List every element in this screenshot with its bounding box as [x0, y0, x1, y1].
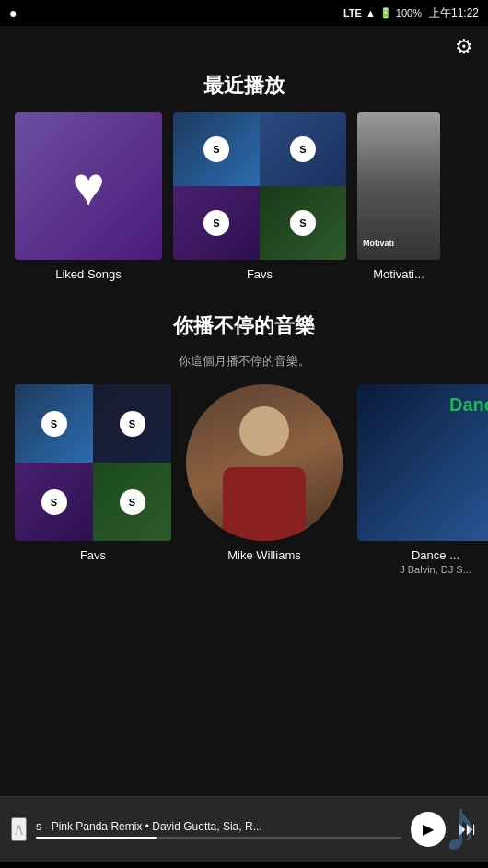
favs-cell-br: S — [260, 186, 346, 260]
liked-songs-bg: ♥ — [15, 112, 162, 260]
motivation-album: Motivati — [357, 112, 440, 260]
dance-text: Dance — [449, 393, 488, 416]
clock: 上午11:22 — [429, 6, 479, 21]
spinnin-bl: S — [203, 210, 229, 236]
you-favs-album: S S S S — [15, 384, 171, 541]
now-playing-progress-bar — [36, 837, 401, 839]
mike-body — [223, 467, 306, 541]
status-left: ● — [9, 6, 17, 20]
motivation-bg: Motivati — [357, 112, 440, 260]
settings-button[interactable]: ⚙ — [455, 35, 473, 59]
status-right: LTE ▲ 🔋 100% 上午11:22 — [343, 6, 479, 21]
main-content: 最近播放 ♥ Liked Songs S — [0, 59, 488, 796]
spinnin-yf-br: S — [120, 489, 145, 515]
yf-br: S — [93, 463, 171, 541]
play-pause-button[interactable]: ▶ — [411, 812, 446, 847]
rp-item-liked-songs[interactable]: ♥ Liked Songs — [15, 112, 162, 281]
liked-songs-card: ♥ — [15, 112, 162, 260]
favs-cell-tl: S — [173, 112, 260, 186]
now-playing-bar[interactable]: ∧ s - Pink Panda Remix • David Guetta, S… — [0, 796, 488, 861]
mike-williams-label: Mike Williams — [227, 548, 300, 562]
you-item-dance[interactable]: Dance ♪ Dance ... J Balvin, DJ S... — [357, 384, 488, 575]
motivation-label: Motivati... — [373, 267, 424, 281]
dance-label: Dance ... — [412, 548, 459, 562]
signal-bars: ▲ — [366, 7, 376, 18]
spinnin-tr: S — [290, 136, 316, 162]
you-item-mike-williams[interactable]: Mike Williams — [186, 384, 343, 575]
favs-label: Favs — [247, 267, 273, 281]
signal-indicator: LTE — [343, 7, 362, 18]
now-playing-track-info: s - Pink Panda Remix • David Guetta, Sia… — [36, 820, 401, 839]
dance-sublabel: J Balvin, DJ S... — [400, 564, 471, 575]
spinnin-tl: S — [203, 136, 229, 162]
yf-bl: S — [15, 463, 93, 541]
heart-icon: ♥ — [72, 155, 105, 218]
app-header: ⚙ — [0, 26, 488, 59]
you-section: 你播不停的音樂 你這個月播不停的音樂。 S S S — [0, 312, 488, 584]
spotify-logo: ● — [9, 6, 17, 20]
dance-bg: Dance ♪ — [357, 384, 488, 541]
recently-played-title: 最近播放 — [0, 72, 488, 100]
recently-played-section: 最近播放 ♥ Liked Songs S — [0, 72, 488, 299]
now-playing-progress-fill — [36, 837, 157, 839]
you-section-title: 你播不停的音樂 — [0, 312, 488, 340]
you-section-subtitle: 你這個月播不停的音樂。 — [0, 353, 488, 369]
favs-cell-tr: S — [260, 112, 346, 186]
you-items-list: S S S S Favs — [0, 384, 488, 575]
dance-album: Dance ♪ — [357, 384, 488, 541]
recently-played-grid: ♥ Liked Songs S — [0, 112, 488, 281]
yf-tl: S — [15, 384, 93, 463]
spinnin-br: S — [290, 210, 316, 236]
yf-tr: S — [93, 384, 171, 463]
battery-icon: 🔋 — [379, 7, 392, 19]
motivation-art-text: Motivati — [363, 239, 394, 249]
rp-item-motivation[interactable]: Motivati Motivati... — [357, 112, 440, 281]
status-bar: ● LTE ▲ 🔋 100% 上午11:22 — [0, 0, 488, 26]
mike-head — [239, 406, 289, 456]
favs-collage: S S S — [173, 112, 346, 260]
you-favs-label: Favs — [80, 548, 106, 562]
mike-bg — [186, 384, 343, 541]
spinnin-yf-bl: S — [41, 489, 67, 515]
battery-level: 100% — [396, 7, 422, 18]
spinnin-yf-tr: S — [120, 411, 145, 437]
favs-album: S S S — [173, 112, 346, 260]
now-playing-chevron[interactable]: ∧ — [11, 817, 27, 841]
favs-cell-bl: S — [173, 186, 260, 260]
liked-songs-label: Liked Songs — [55, 267, 122, 281]
bottom-navigation: ⌂ Home 2/6 Search Your Library — [0, 861, 488, 868]
you-favs-collage: S S S S — [15, 384, 171, 541]
you-item-favs[interactable]: S S S S Favs — [15, 384, 171, 575]
mike-williams-avatar — [186, 384, 343, 541]
rp-item-favs[interactable]: S S S — [173, 112, 346, 281]
now-playing-track-text: s - Pink Panda Remix • David Guetta, Sia… — [36, 820, 401, 833]
spinnin-yf-tl: S — [41, 411, 67, 437]
